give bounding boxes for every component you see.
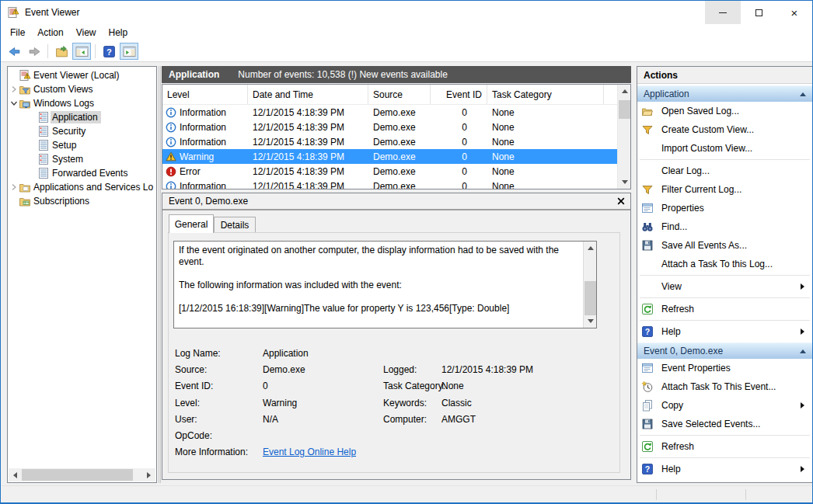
collapse-icon[interactable] xyxy=(800,92,806,96)
svg-text:?: ? xyxy=(645,464,650,474)
status-bar xyxy=(2,485,813,502)
tree-item-event-viewer-local[interactable]: Event Viewer (Local) xyxy=(8,68,156,82)
action-find[interactable]: Find... xyxy=(637,217,812,236)
properties-icon xyxy=(641,362,657,374)
action-properties[interactable]: Properties xyxy=(637,199,812,217)
action-copy[interactable]: Copy xyxy=(637,396,812,415)
forward-button[interactable] xyxy=(25,43,44,60)
menu-view[interactable]: View xyxy=(70,25,103,40)
action-attach-task-to-event[interactable]: Attach Task To This Event... xyxy=(637,377,812,396)
toolbar: ? xyxy=(1,41,812,62)
description-vertical-scrollbar[interactable] xyxy=(583,242,596,328)
menu-help[interactable]: Help xyxy=(103,25,134,40)
tree-item-application[interactable]: Application xyxy=(8,110,156,124)
event-row[interactable]: Information 12/1/2015 4:18:39 PM Demo.ex… xyxy=(162,105,617,120)
chevron-right-icon[interactable] xyxy=(9,85,19,93)
tab-details[interactable]: Details xyxy=(214,217,256,233)
chevron-right-icon[interactable] xyxy=(9,183,19,191)
tree-item-security[interactable]: Security xyxy=(8,124,156,138)
tree-item-system[interactable]: System xyxy=(8,152,156,166)
events-vertical-scrollbar[interactable] xyxy=(617,85,630,189)
action-help[interactable]: ? Help xyxy=(637,322,812,341)
export-button[interactable] xyxy=(52,43,71,60)
scroll-down-icon[interactable] xyxy=(618,176,631,189)
event-row[interactable]: Information 12/1/2015 4:18:39 PM Demo.ex… xyxy=(162,134,617,149)
event-log-online-help-link[interactable]: Event Log Online Help xyxy=(263,447,356,457)
show-console-tree-button[interactable] xyxy=(72,43,91,60)
action-attach-task-to-log[interactable]: Attach a Task To this Log... xyxy=(637,255,812,273)
minimize-button[interactable] xyxy=(705,1,741,24)
submenu-arrow-icon xyxy=(801,328,804,335)
field-row: Level: Warning Keywords: Classic xyxy=(175,398,616,410)
collapse-icon[interactable] xyxy=(800,349,806,353)
error-icon xyxy=(166,166,176,177)
back-button[interactable] xyxy=(5,43,23,60)
tree-item-applications-and-services[interactable]: Applications and Services Lo xyxy=(8,180,156,194)
action-save-selected-events[interactable]: Save Selected Events... xyxy=(637,415,812,433)
column-header-date-and-time[interactable]: Date and Time xyxy=(248,85,368,104)
tree-splitter[interactable] xyxy=(159,66,161,483)
event-detail-title: Event 0, Demo.exe xyxy=(169,196,248,207)
event-row[interactable]: Information 12/1/2015 4:18:39 PM Demo.ex… xyxy=(162,120,617,134)
scroll-left-icon[interactable] xyxy=(9,468,22,481)
menu-file[interactable]: File xyxy=(4,25,31,40)
scroll-down-icon[interactable] xyxy=(584,315,597,328)
column-header-event-id[interactable]: Event ID xyxy=(431,85,487,104)
forward-icon xyxy=(28,45,41,58)
tree-item-custom-views[interactable]: Custom Views xyxy=(8,82,156,96)
scrollbar-thumb[interactable] xyxy=(619,100,630,119)
event-row[interactable]: Error 12/1/2015 4:18:39 PM Demo.exe 0 No… xyxy=(162,164,617,179)
actions-section-event[interactable]: Event 0, Demo.exe xyxy=(637,342,812,359)
chevron-down-icon[interactable] xyxy=(9,100,19,106)
events-log-name: Application xyxy=(169,69,219,80)
help-button[interactable]: ? xyxy=(99,43,118,60)
tree-item-setup[interactable]: Setup xyxy=(8,138,156,152)
general-tab-page: If the event originated on another compu… xyxy=(168,232,620,473)
tree-item-subscriptions[interactable]: Subscriptions xyxy=(8,194,156,208)
svg-text:?: ? xyxy=(106,47,112,56)
scrollbar-thumb[interactable] xyxy=(584,281,596,315)
action-save-all-events-as[interactable]: Save All Events As... xyxy=(637,236,812,255)
action-view[interactable]: View xyxy=(637,277,812,296)
information-icon xyxy=(166,181,176,189)
action-refresh[interactable]: Refresh xyxy=(637,300,812,318)
tree-horizontal-scrollbar[interactable] xyxy=(9,468,155,481)
actions-section-application[interactable]: Application xyxy=(637,85,812,102)
tree-item-windows-logs[interactable]: Windows Logs xyxy=(8,96,156,110)
scroll-right-icon[interactable] xyxy=(142,468,155,481)
action-clear-log[interactable]: Clear Log... xyxy=(637,162,812,180)
event-row-selected[interactable]: Warning 12/1/2015 4:18:39 PM Demo.exe 0 … xyxy=(162,149,617,164)
column-header-task-category[interactable]: Task Category xyxy=(487,85,604,104)
detail-close-button[interactable] xyxy=(612,197,630,205)
event-row-partial[interactable]: Information 12/1/2015 4:18:39 PM Demo.ex… xyxy=(162,179,617,189)
event-description-box[interactable]: If the event originated on another compu… xyxy=(173,241,597,328)
action-filter-current-log[interactable]: Filter Current Log... xyxy=(637,180,812,199)
action-open-saved-log[interactable]: Open Saved Log... xyxy=(637,102,812,120)
subscriptions-folder-icon xyxy=(19,195,32,207)
maximize-button[interactable] xyxy=(741,1,776,24)
submenu-arrow-icon xyxy=(801,402,804,408)
minimize-icon xyxy=(719,12,727,13)
task-clock-icon xyxy=(641,381,657,393)
log-name-label: Log Name: xyxy=(175,348,221,359)
scroll-up-icon[interactable] xyxy=(584,242,597,255)
field-row: OpCode: xyxy=(175,430,616,443)
scrollbar-thumb[interactable] xyxy=(22,469,133,481)
action-import-custom-view[interactable]: Import Custom View... xyxy=(637,139,812,158)
column-header-level[interactable]: Level xyxy=(162,85,248,104)
action-event-help[interactable]: ? Help xyxy=(637,460,812,478)
tree-item-forwarded-events[interactable]: Forwarded Events xyxy=(8,166,156,180)
action-event-properties[interactable]: Event Properties xyxy=(637,359,812,377)
tab-general[interactable]: General xyxy=(169,214,214,233)
close-icon: × xyxy=(791,7,798,19)
close-button[interactable]: × xyxy=(776,1,812,24)
action-event-refresh[interactable]: Refresh xyxy=(637,437,812,456)
show-action-pane-button[interactable] xyxy=(120,43,138,60)
action-create-custom-view[interactable]: Create Custom View... xyxy=(637,120,812,139)
menu-action[interactable]: Action xyxy=(31,25,69,40)
custom-views-folder-icon xyxy=(19,83,32,96)
column-header-source[interactable]: Source xyxy=(368,85,431,104)
scroll-up-icon[interactable] xyxy=(618,85,631,98)
console-tree-panel: Event Viewer (Local) Custom Views Window… xyxy=(7,66,157,483)
warning-icon xyxy=(166,151,176,162)
